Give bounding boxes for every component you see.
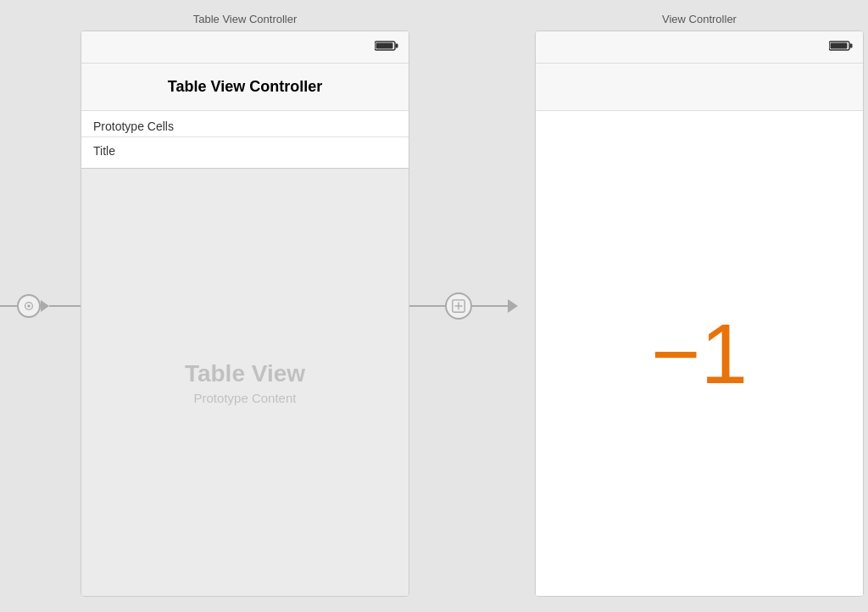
battery-icon <box>375 40 398 55</box>
view-controller-phone-frame: −1 <box>535 31 864 597</box>
entry-point-circle <box>17 294 41 318</box>
vc-content-area: −1 <box>536 111 863 596</box>
minus-one-value: −1 <box>651 311 748 396</box>
entry-connector <box>0 294 90 318</box>
segue-line-right <box>472 305 508 307</box>
entry-arrow <box>41 300 49 312</box>
table-view-content-area: Table View Prototype Content <box>81 169 409 596</box>
table-view-sub-label: Prototype Content <box>194 391 297 405</box>
segue-circle[interactable] <box>445 292 472 320</box>
entry-line-left <box>0 305 17 307</box>
vc-nav-bar <box>536 64 863 111</box>
segue-arrow <box>508 299 518 313</box>
table-view-watermark: Table View <box>185 360 305 387</box>
table-view-controller-label: Table View Controller <box>81 13 409 25</box>
table-view-nav-title: Table View Controller <box>168 78 322 96</box>
segue-connector <box>409 292 518 320</box>
vc-battery-icon <box>829 40 853 55</box>
view-controller-label: View Controller <box>535 13 864 25</box>
prototype-cells-label: Prototype Cells <box>81 111 409 136</box>
svg-rect-4 <box>376 42 393 48</box>
prototype-cell-title: Title <box>93 144 115 158</box>
table-view-phone-frame: Table View Controller Prototype Cells Ti… <box>81 31 409 597</box>
canvas: Table View Controller Table View Control… <box>0 0 868 612</box>
vc-status-bar <box>536 31 863 64</box>
svg-rect-9 <box>850 43 853 47</box>
table-view-status-bar <box>81 31 409 64</box>
view-controller-panel: View Controller −1 <box>535 13 864 598</box>
prototype-cell-row: Title <box>81 136 409 168</box>
svg-rect-3 <box>396 43 398 47</box>
prototype-cells-section: Prototype Cells Title <box>81 111 409 169</box>
svg-point-1 <box>27 304 31 308</box>
table-view-nav-bar: Table View Controller <box>81 64 409 111</box>
table-view-controller-panel: Table View Controller Table View Control… <box>81 13 409 598</box>
segue-line-left <box>409 305 445 307</box>
svg-rect-10 <box>831 42 848 48</box>
